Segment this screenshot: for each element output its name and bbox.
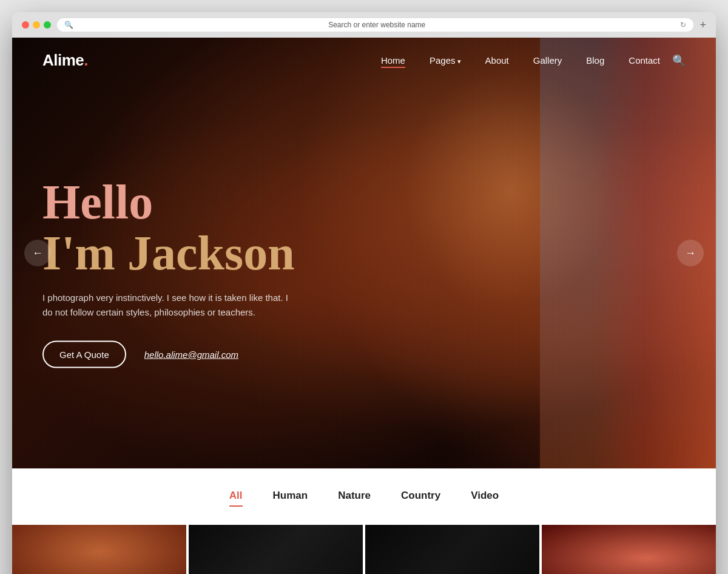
nav-link-gallery[interactable]: Gallery <box>533 55 562 66</box>
logo-dot: . <box>84 51 88 69</box>
logo-text: Alime <box>42 51 84 69</box>
gallery-image-3 <box>365 525 539 574</box>
logo[interactable]: Alime. <box>42 51 88 70</box>
nav-link-contact[interactable]: Contact <box>629 55 660 66</box>
filter-tab-human[interactable]: Human <box>273 490 308 507</box>
maximize-button[interactable] <box>44 21 51 29</box>
navbar: Alime. Home Pages About Gallery <box>12 38 716 83</box>
gallery-thumb-1[interactable] <box>12 525 186 574</box>
filter-section: All Human Nature Country Video <box>12 468 716 574</box>
gallery-row <box>12 525 716 574</box>
filter-tab-country[interactable]: Country <box>401 490 440 507</box>
address-text: Search or enter website name <box>77 21 676 29</box>
hero-description: I photograph very instinctively. I see h… <box>42 291 297 320</box>
nav-item-pages[interactable]: Pages <box>430 55 461 66</box>
hero-name: I'm Jackson <box>42 228 297 279</box>
hero-section: Alime. Home Pages About Gallery <box>12 38 716 468</box>
gallery-image-4 <box>542 525 716 574</box>
filter-tab-all[interactable]: All <box>229 490 243 507</box>
gallery-image-2 <box>189 525 363 574</box>
nav-link-blog[interactable]: Blog <box>586 55 604 66</box>
nav-item-about[interactable]: About <box>485 55 509 66</box>
nav-link-pages[interactable]: Pages <box>430 55 461 66</box>
filter-tab-nature[interactable]: Nature <box>338 490 371 507</box>
nav-link-home[interactable]: Home <box>381 55 405 68</box>
window-controls <box>22 21 51 29</box>
address-bar[interactable]: 🔍 Search or enter website name ↻ <box>57 18 693 32</box>
gallery-image-1 <box>12 525 186 574</box>
new-tab-button[interactable]: + <box>699 19 706 32</box>
browser-window: 🔍 Search or enter website name ↻ + Alime… <box>12 12 716 574</box>
minimize-button[interactable] <box>33 21 40 29</box>
search-icon[interactable]: 🔍 <box>672 54 686 67</box>
close-button[interactable] <box>22 21 29 29</box>
refresh-icon: ↻ <box>680 21 686 29</box>
nav-item-home[interactable]: Home <box>381 55 405 66</box>
search-icon: 🔍 <box>64 21 73 29</box>
site-content: Alime. Home Pages About Gallery <box>12 38 716 574</box>
filter-tab-video[interactable]: Video <box>471 490 499 507</box>
hero-greeting: Hello <box>42 177 297 228</box>
get-quote-button[interactable]: Get A Quote <box>42 341 126 368</box>
nav-item-contact[interactable]: Contact <box>629 55 660 66</box>
filter-tabs: All Human Nature Country Video <box>12 490 716 507</box>
gallery-thumb-4[interactable] <box>542 525 716 574</box>
carousel-prev-button[interactable]: ← <box>24 240 51 266</box>
nav-item-gallery[interactable]: Gallery <box>533 55 562 66</box>
nav-links: Home Pages About Gallery Blog <box>381 55 660 66</box>
hero-actions: Get A Quote hello.alime@gmail.com <box>42 341 297 368</box>
hero-email[interactable]: hello.alime@gmail.com <box>144 349 238 360</box>
carousel-next-button[interactable]: → <box>677 240 704 266</box>
browser-chrome: 🔍 Search or enter website name ↻ + <box>12 12 716 38</box>
gallery-thumb-2[interactable] <box>189 525 363 574</box>
nav-link-about[interactable]: About <box>485 55 509 66</box>
gallery-thumb-3[interactable] <box>365 525 539 574</box>
nav-item-blog[interactable]: Blog <box>586 55 604 66</box>
hero-content: Hello I'm Jackson I photograph very inst… <box>42 177 297 368</box>
